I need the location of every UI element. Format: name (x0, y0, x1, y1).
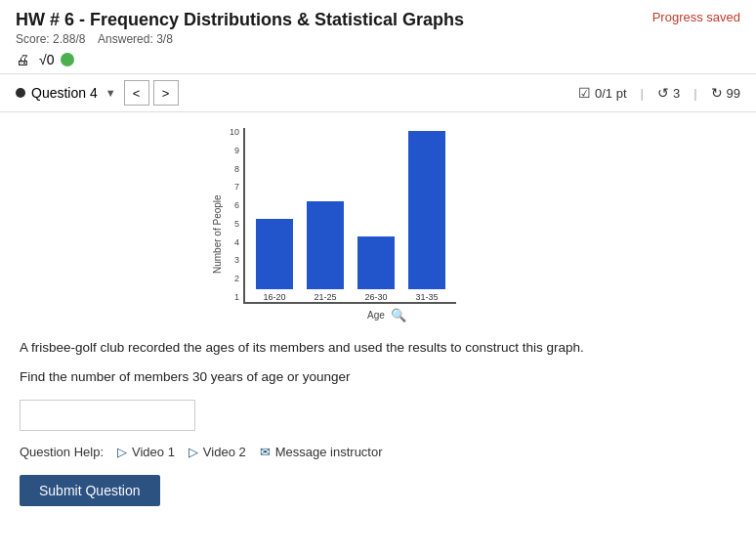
bar-1 (256, 219, 293, 289)
progress-saved: Progress saved (652, 10, 740, 24)
submission-meta: ↻ 99 (711, 85, 740, 101)
x-axis-label-row: Age 🔍 (230, 308, 544, 322)
y-axis-label: Number of People (212, 147, 224, 322)
score-row: Score: 2.88/8 Answered: 3/8 (16, 32, 464, 46)
question-label: Question 4 (31, 85, 98, 101)
question-text: Find the number of members 30 years of a… (20, 367, 736, 387)
bar-2 (307, 201, 344, 289)
bar-group-4: 31-35 (401, 131, 452, 302)
x-axis-label: Age (367, 310, 385, 321)
y-tick-8: 8 (230, 165, 239, 174)
bar-label-4: 31-35 (416, 292, 439, 302)
video1-link[interactable]: ▷ Video 1 (117, 445, 175, 459)
y-tick-2: 2 (230, 275, 239, 283)
y-ticks: 1 2 3 4 5 6 7 8 9 10 (230, 128, 239, 304)
page-title: HW # 6 - Frequency Distributions & Stati… (16, 10, 464, 30)
chart-container: Number of People 1 2 3 4 5 6 7 8 9 (212, 128, 544, 322)
refresh-icon: ↻ (711, 85, 723, 101)
submit-button[interactable]: Submit Question (20, 475, 160, 506)
envelope-icon: ✉ (260, 445, 271, 459)
points-meta: ☑ 0/1 pt (578, 85, 627, 101)
checkbox-icon: ☑ (578, 85, 591, 101)
bar-label-2: 21-25 (315, 292, 337, 302)
y-tick-3: 3 (230, 256, 239, 265)
score-value: 2.88/8 (53, 32, 85, 46)
bar-group-3: 26-30 (351, 236, 401, 302)
nav-arrows: < > (124, 80, 179, 106)
chart-body: 1 2 3 4 5 6 7 8 9 10 (230, 128, 544, 322)
score-label: Score: (16, 32, 50, 46)
sqrt-symbol: √0 (39, 52, 54, 67)
answered-value: 3/8 (156, 32, 173, 46)
question-help: Question Help: ▷ Video 1 ▷ Video 2 ✉ Mes… (20, 445, 736, 459)
sqrt-tool[interactable]: √0 (39, 52, 74, 67)
next-button[interactable]: > (153, 80, 179, 106)
y-tick-7: 7 (230, 183, 239, 192)
video1-icon: ▷ (117, 445, 127, 459)
tools-row: 🖨 √0 (16, 52, 740, 67)
y-tick-9: 9 (230, 147, 239, 155)
video2-label: Video 2 (203, 445, 246, 459)
video1-label: Video 1 (132, 445, 175, 459)
retry-count: 3 (673, 86, 680, 101)
answer-input[interactable] (20, 400, 195, 431)
chart-description: A frisbee-golf club recorded the ages of… (20, 338, 736, 358)
bar-group-1: 16-20 (249, 219, 300, 302)
chart-inner: 1 2 3 4 5 6 7 8 9 10 (230, 128, 544, 304)
prev-button[interactable]: < (124, 80, 149, 106)
question-dot (16, 88, 25, 98)
bars-area: 16-20 21-25 26-30 (243, 128, 456, 304)
calculator-icon[interactable]: 🖨 (16, 52, 29, 67)
bar-label-1: 16-20 (264, 292, 286, 302)
retry-meta: ↺ 3 (657, 85, 680, 101)
message-instructor-link[interactable]: ✉ Message instructor (260, 445, 383, 459)
question-label-wrapper: Question 4 (16, 85, 98, 101)
y-tick-10: 10 (230, 128, 239, 137)
header: HW # 6 - Frequency Distributions & Stati… (0, 0, 756, 74)
content-area: Number of People 1 2 3 4 5 6 7 8 9 (0, 112, 756, 522)
y-tick-4: 4 (230, 238, 239, 247)
help-label: Question Help: (20, 445, 104, 459)
bar-group-2: 21-25 (300, 201, 351, 302)
magnify-icon[interactable]: 🔍 (391, 308, 406, 322)
retry-icon: ↺ (657, 85, 669, 101)
bar-label-3: 26-30 (365, 292, 388, 302)
points-value: 0/1 pt (595, 86, 627, 101)
submission-count: 99 (727, 86, 740, 101)
video2-icon: ▷ (189, 445, 198, 459)
nav-bar: Question 4 ▼ < > ☑ 0/1 pt | ↺ 3 | ↻ 99 (0, 74, 756, 112)
message-instructor-label: Message instructor (275, 445, 383, 459)
y-tick-5: 5 (230, 220, 239, 229)
page-container: HW # 6 - Frequency Distributions & Stati… (0, 0, 756, 556)
chart-wrapper: Number of People 1 2 3 4 5 6 7 8 9 (212, 128, 544, 322)
answered-label: Answered: (98, 32, 153, 46)
question-selector: Question 4 ▼ < > (16, 80, 179, 106)
dropdown-arrow-icon[interactable]: ▼ (105, 87, 116, 99)
y-tick-6: 6 (230, 201, 239, 210)
bar-4 (408, 131, 445, 289)
y-tick-1: 1 (230, 293, 239, 302)
video2-link[interactable]: ▷ Video 2 (189, 445, 246, 459)
active-indicator (61, 53, 74, 66)
question-meta: ☑ 0/1 pt | ↺ 3 | ↻ 99 (578, 85, 740, 101)
bar-3 (357, 236, 395, 289)
